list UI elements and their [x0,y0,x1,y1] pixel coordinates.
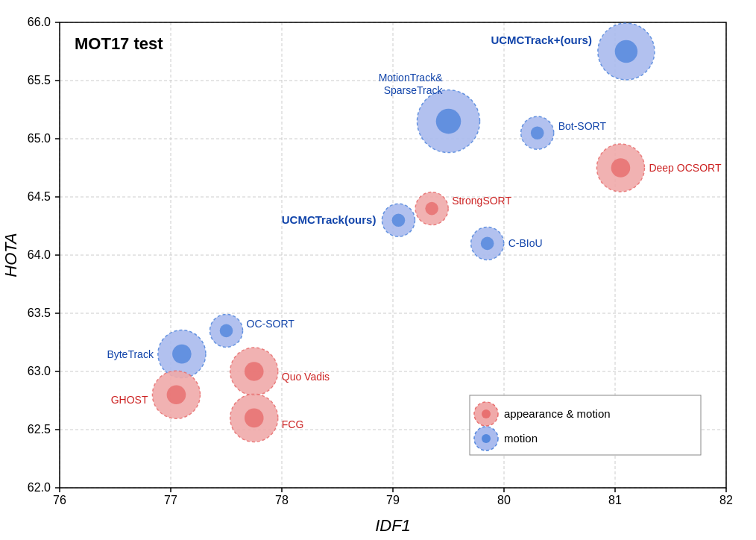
svg-rect-90 [470,395,701,455]
svg-text:StrongSORT: StrongSORT [452,195,511,207]
svg-text:82: 82 [719,494,733,506]
svg-text:80: 80 [497,494,511,506]
svg-text:Deep OCSORT: Deep OCSORT [649,162,721,174]
svg-text:64.0: 64.0 [28,248,51,261]
svg-text:MOT17  test: MOT17 test [75,34,163,53]
svg-text:62.0: 62.0 [28,481,51,494]
svg-text:HOTA: HOTA [1,233,20,277]
svg-point-68 [220,324,233,338]
svg-text:IDF1: IDF1 [375,516,411,535]
svg-text:OC-SORT: OC-SORT [247,318,295,330]
svg-text:79: 79 [386,494,400,506]
chart-container: 7677787980818262.062.563.063.564.064.565… [0,0,756,540]
svg-text:78: 78 [275,494,289,506]
svg-text:GHOST: GHOST [111,394,148,406]
svg-point-72 [245,362,264,381]
svg-point-60 [611,158,631,178]
svg-text:Bot-SORT: Bot-SORT [558,120,607,132]
svg-text:77: 77 [164,494,177,506]
svg-text:66.0: 66.0 [28,16,51,28]
svg-text:63.5: 63.5 [28,307,51,319]
svg-point-70 [172,345,192,364]
svg-text:63.0: 63.0 [28,365,51,377]
svg-text:64.5: 64.5 [28,190,51,203]
svg-text:76: 76 [53,494,66,506]
svg-text:C-BIoU: C-BIoU [508,237,543,249]
svg-text:65.5: 65.5 [28,74,51,87]
svg-point-54 [615,40,637,63]
svg-text:81: 81 [608,494,622,506]
svg-text:FCG: FCG [282,418,304,430]
svg-point-95 [482,434,491,443]
scatter-chart: 7677787980818262.062.563.063.564.064.565… [0,0,756,540]
svg-point-92 [482,409,491,418]
svg-text:SparseTrack: SparseTrack [384,84,444,96]
svg-point-74 [167,385,186,404]
svg-point-56 [436,109,462,134]
svg-text:motion: motion [504,432,538,445]
svg-text:UCMCTrack+(ours): UCMCTrack+(ours) [491,34,591,46]
svg-text:MotionTrack&: MotionTrack& [379,72,444,84]
svg-text:UCMCTrack(ours): UCMCTrack(ours) [282,213,377,226]
svg-point-64 [392,213,406,227]
svg-text:appearance & motion: appearance & motion [504,407,611,420]
svg-text:Quo Vadis: Quo Vadis [282,371,330,383]
svg-text:ByteTrack: ByteTrack [107,348,154,360]
svg-point-66 [481,237,494,251]
svg-point-76 [245,409,264,428]
svg-point-58 [531,126,544,139]
svg-point-62 [425,202,438,216]
svg-text:62.5: 62.5 [28,423,51,436]
svg-text:65.0: 65.0 [28,132,51,145]
